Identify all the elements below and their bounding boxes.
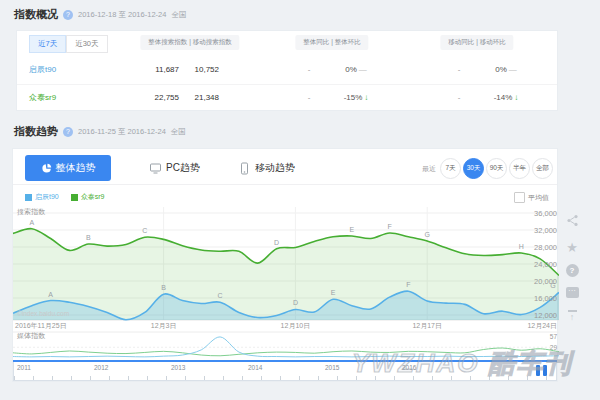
feedback-icon[interactable]: ··· bbox=[566, 287, 579, 298]
overview-date-range: 2016-12-18 至 2016-12-24 bbox=[78, 10, 166, 20]
overview-header: 指数概况 ? 2016-12-18 至 2016-12-24 全国 bbox=[14, 7, 186, 22]
news-marker-启辰t90-C[interactable]: C bbox=[218, 292, 223, 299]
tab-mobile-trend-label: 移动趋势 bbox=[255, 161, 295, 175]
overall-yoy-value: - bbox=[289, 57, 329, 83]
tab-overall-trend[interactable]: 整体趋势 bbox=[25, 155, 111, 181]
news-marker-众泰sr9-F[interactable]: F bbox=[387, 223, 391, 230]
checkbox-icon[interactable] bbox=[514, 192, 525, 203]
average-checkbox[interactable]: 平均值 bbox=[514, 192, 549, 203]
mobile-yoy-value: - bbox=[439, 57, 479, 83]
legend-item-启辰t90[interactable]: 启辰t90 bbox=[25, 192, 59, 202]
svg-text:28,000: 28,000 bbox=[534, 243, 557, 252]
svg-text:12月17日: 12月17日 bbox=[412, 322, 442, 330]
range-half-year-button[interactable]: 半年 bbox=[509, 158, 530, 179]
share-icon[interactable] bbox=[566, 213, 579, 231]
average-label: 平均值 bbox=[528, 193, 549, 203]
svg-text:12,000: 12,000 bbox=[534, 311, 557, 320]
mobile-mom-value: 0%— bbox=[478, 57, 534, 83]
overall-mom-value: 0%— bbox=[328, 57, 384, 83]
news-marker-众泰sr9-H[interactable]: H bbox=[519, 243, 524, 250]
news-marker-启辰t90-E[interactable]: E bbox=[331, 289, 336, 296]
divider bbox=[13, 184, 557, 185]
overview-row-1: 启辰t9011,68710,752-0%—-0%— bbox=[17, 57, 557, 84]
favorite-star-icon[interactable]: ★ bbox=[566, 241, 578, 254]
keyword-link[interactable]: 启辰t90 bbox=[29, 57, 149, 83]
range-90d-button[interactable]: 90天 bbox=[486, 158, 507, 179]
news-marker-启辰t90-D[interactable]: D bbox=[293, 299, 298, 306]
trend-card: 整体趋势 PC趋势 移动趋势 最近 7天 30天 90天 bbox=[12, 148, 558, 382]
svg-text:12月24日: 12月24日 bbox=[527, 322, 557, 330]
pie-chart-icon bbox=[41, 163, 52, 174]
legend-item-众泰sr9[interactable]: 众泰sr9 bbox=[71, 192, 105, 202]
chart-legend: 启辰t90众泰sr9 bbox=[25, 192, 104, 202]
side-toolbar: ★ ? ··· ↑ bbox=[561, 213, 583, 322]
mobile-yoy-value: - bbox=[439, 85, 479, 111]
timeline-year-2012: 2012 bbox=[94, 364, 108, 371]
time-range-buttons: 最近 7天 30天 90天 半年 全部 bbox=[422, 158, 553, 179]
mobile-search-index-value: 21,348 bbox=[179, 85, 219, 111]
tab-pc-trend-label: PC趋势 bbox=[166, 161, 200, 175]
timeline-year-2015: 2015 bbox=[325, 364, 339, 371]
timeline-handle-left[interactable] bbox=[536, 365, 540, 376]
trend-help-icon[interactable]: ? bbox=[63, 127, 73, 137]
overall-search-index-value: 22,755 bbox=[133, 85, 179, 111]
smartphone-icon bbox=[238, 162, 251, 175]
column-header-mobile-compare: 移动同比 | 移动环比 bbox=[440, 35, 513, 50]
legend-label: 启辰t90 bbox=[35, 192, 59, 202]
trend-header: 指数趋势 ? 2016-11-25 至 2016-12-24 全国 bbox=[14, 124, 186, 139]
overview-title: 指数概况 bbox=[14, 7, 58, 22]
tab-mobile-trend[interactable]: 移动趋势 bbox=[238, 161, 295, 175]
news-marker-启辰t90-B[interactable]: B bbox=[161, 284, 166, 291]
mobile-mom-value: -14%↓ bbox=[478, 85, 534, 111]
overview-help-icon[interactable]: ? bbox=[63, 10, 73, 20]
tab-last-30-days[interactable]: 近30天 bbox=[66, 35, 107, 53]
news-marker-众泰sr9-B[interactable]: B bbox=[86, 234, 91, 241]
overview-period-tabs: 近7天 近30天 bbox=[29, 35, 108, 53]
svg-text:12月3日: 12月3日 bbox=[151, 322, 177, 330]
legend-swatch bbox=[25, 194, 32, 201]
range-all-button[interactable]: 全部 bbox=[532, 158, 553, 179]
monitor-icon bbox=[149, 162, 162, 175]
tab-pc-trend[interactable]: PC趋势 bbox=[149, 161, 200, 175]
svg-text:24,000: 24,000 bbox=[534, 260, 557, 269]
news-marker-众泰sr9-D[interactable]: D bbox=[274, 239, 279, 246]
trend-tabs: 整体趋势 PC趋势 移动趋势 bbox=[25, 155, 295, 181]
timeline-navigator[interactable]: 201120122013201420152016 bbox=[13, 362, 557, 381]
trend-region: 全国 bbox=[171, 127, 186, 137]
news-marker-众泰sr9-C[interactable]: C bbox=[142, 227, 147, 234]
overview-card: 近7天 近30天 整体搜索指数 | 移动搜索指数 整体同比 | 整体环比 移动同… bbox=[16, 30, 558, 111]
svg-text:©index.baidu.com: ©index.baidu.com bbox=[17, 310, 69, 317]
range-7d-button[interactable]: 7天 bbox=[440, 158, 461, 179]
news-marker-众泰sr9-A[interactable]: A bbox=[29, 219, 34, 226]
trend-date-range: 2016-11-25 至 2016-12-24 bbox=[78, 127, 166, 137]
keyword-link[interactable]: 众泰sr9 bbox=[29, 85, 149, 111]
svg-text:2016年11月25日: 2016年11月25日 bbox=[15, 322, 67, 330]
news-marker-众泰sr9-E[interactable]: E bbox=[350, 226, 355, 233]
svg-text:12月10日: 12月10日 bbox=[281, 322, 311, 330]
news-marker-启辰t90-A[interactable]: A bbox=[48, 291, 53, 298]
timeline-handle-right[interactable] bbox=[543, 365, 547, 376]
news-marker-启辰t90-F[interactable]: F bbox=[406, 281, 410, 288]
timeline-year-2014: 2014 bbox=[248, 364, 262, 371]
tab-last-7-days[interactable]: 近7天 bbox=[29, 35, 66, 53]
legend-label: 众泰sr9 bbox=[81, 192, 105, 202]
tab-overall-trend-label: 整体趋势 bbox=[56, 161, 96, 175]
overview-row-2: 众泰sr922,75521,348--15%↓--14%↓ bbox=[17, 84, 557, 112]
range-label: 最近 bbox=[422, 164, 436, 174]
back-to-top-icon[interactable]: ↑ bbox=[568, 310, 577, 322]
column-header-overall-compare: 整体同比 | 整体环比 bbox=[295, 35, 368, 50]
overall-yoy-value: - bbox=[289, 85, 329, 111]
timeline-year-2011: 2011 bbox=[17, 364, 31, 371]
overview-region: 全国 bbox=[171, 10, 186, 20]
news-marker-众泰sr9-G[interactable]: G bbox=[424, 231, 429, 238]
range-30d-button[interactable]: 30天 bbox=[463, 158, 484, 179]
svg-text:16,000: 16,000 bbox=[534, 294, 557, 303]
baidu-index-page: 指数概况 ? 2016-12-18 至 2016-12-24 全国 近7天 近3… bbox=[0, 0, 600, 400]
svg-text:57: 57 bbox=[550, 333, 558, 340]
trend-chart[interactable]: ABCDEFGHABCDEFG36,00032,00028,00024,0002… bbox=[13, 205, 559, 359]
overall-mom-value: -15%↓ bbox=[328, 85, 384, 111]
svg-text:20,000: 20,000 bbox=[534, 277, 557, 286]
svg-text:搜索指数: 搜索指数 bbox=[17, 208, 46, 216]
help-circle-icon[interactable]: ? bbox=[566, 264, 579, 277]
trend-title: 指数趋势 bbox=[14, 124, 58, 139]
